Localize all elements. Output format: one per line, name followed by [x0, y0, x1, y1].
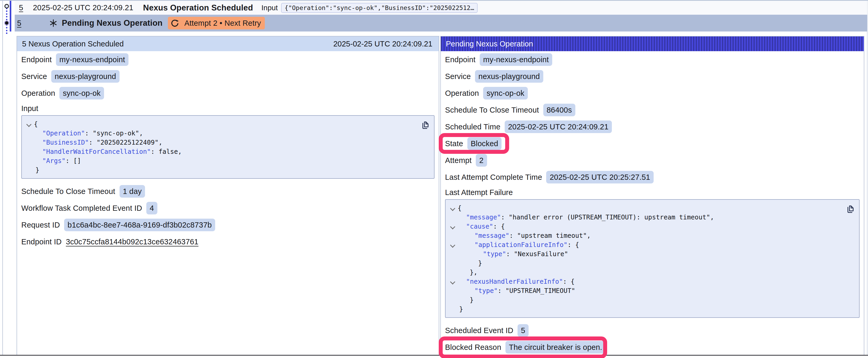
timeline-filled-dot-icon	[5, 21, 8, 25]
field-value-chip: 86400s	[543, 104, 575, 116]
code-line: {	[26, 120, 430, 129]
code-line-text: "type": "NexusFailure"	[458, 249, 568, 259]
workflow-history-event-detail: 5 2025-02-25 UTC 20:24:09.21 Nexus Opera…	[0, 0, 868, 358]
field-row: Scheduled Time 2025-02-25 UTC 20:24:09.2…	[445, 118, 860, 135]
code-json-value: : "sync-op-ok",	[85, 129, 143, 137]
code-json-value: {	[34, 120, 38, 128]
code-line: "BusinessID": "20250225122409",	[26, 138, 430, 147]
event-input-preview-badge[interactable]: {"Operation":"sync-op-ok","BusinessID":"…	[281, 3, 477, 13]
code-line: {	[450, 203, 855, 213]
code-json-value: : "UPSTREAM_TIMEOUT"	[498, 287, 575, 294]
code-line: "Args": []	[26, 156, 430, 165]
event-id-link[interactable]: 5	[19, 3, 23, 12]
copy-icon[interactable]	[845, 204, 855, 214]
field-row: Endpoint my-nexus-endpoint	[445, 51, 860, 68]
collapse-chevron-icon[interactable]	[450, 277, 458, 286]
code-json-key: "HandlerWaitForCancellation"	[42, 148, 151, 155]
group-event-id-link[interactable]: 5	[17, 19, 21, 28]
right-panel-title: Pending Nexus Operation	[446, 40, 533, 48]
event-timestamp: 2025-02-25 UTC 20:24:09.21	[33, 3, 133, 12]
code-line: "type": "NexusFailure"	[450, 249, 855, 259]
retry-badge-text: Attempt 2 • Next Retry	[184, 19, 261, 28]
field-value-chip: 2	[476, 154, 487, 167]
group-title: Pending Nexus Operation	[62, 19, 163, 28]
code-line: "Operation": "sync-op-ok",	[26, 129, 430, 138]
code-json-key: "Operation"	[42, 129, 85, 137]
code-line: "message": "upstream timeout",	[450, 231, 855, 240]
field-value-chip: my-nexus-endpoint	[56, 53, 128, 66]
field-row: Endpoint my-nexus-endpoint	[21, 51, 435, 68]
retry-icon	[171, 20, 179, 27]
field-value-chip: b1c6a4bc-8ee7-468a-9169-df3b02c8737b	[64, 219, 215, 231]
panel-pending-nexus-operation: Pending Nexus Operation Endpoint my-nexu…	[440, 36, 864, 355]
selected-event-indicator-bar	[10, 1, 11, 32]
event-row-nexus-operation-scheduled[interactable]: 5 2025-02-25 UTC 20:24:09.21 Nexus Opera…	[15, 1, 867, 15]
field-label: Request ID	[21, 221, 60, 229]
field-row: Operation sync-op-ok	[445, 85, 860, 102]
annotation-state-highlight	[439, 133, 509, 154]
copy-icon[interactable]	[420, 120, 430, 130]
field-row: Schedule To Close Timeout 1 day	[21, 183, 435, 200]
retry-attempt-badge: Attempt 2 • Next Retry	[168, 17, 265, 29]
event-group-row-pending-nexus-operation[interactable]: 5 Pending Nexus Operation Attempt 2 • Ne…	[15, 15, 867, 32]
timeline-dotted-connector	[6, 8, 7, 34]
field-row: Schedule To Close Timeout 86400s	[445, 102, 860, 118]
collapse-chevron-icon[interactable]	[26, 120, 34, 129]
field-row: Endpoint ID 3c0c75ccfa8144b092c13ce63246…	[21, 233, 435, 250]
code-json-value: : []	[66, 157, 81, 165]
code-json-key: "message"	[474, 232, 509, 239]
table-right-border	[867, 1, 867, 355]
collapse-chevron-icon[interactable]	[450, 240, 458, 249]
field-label: Service	[445, 72, 471, 81]
code-json-value: : "handler error (UPSTREAM_TIMEOUT): ups…	[501, 214, 714, 221]
event-title: Nexus Operation Scheduled	[143, 3, 253, 12]
code-json-value: : {	[563, 278, 575, 285]
code-line: "type": "UPSTREAM_TIMEOUT"	[450, 286, 855, 295]
field-row: Attempt 2	[445, 152, 860, 169]
code-line-text: {	[34, 120, 38, 129]
endpoint-id-link[interactable]: 3c0c75ccfa8144b092c13ce632463761	[66, 237, 198, 246]
code-json-value: : false,	[151, 148, 182, 155]
code-line-text: "cause": {	[458, 222, 505, 231]
code-line-text: "message": "handler error (UPSTREAM_TIME…	[458, 213, 714, 222]
field-row: Service nexus-playground	[445, 68, 860, 85]
code-json-key: "Args"	[42, 157, 66, 165]
code-json-value: : {	[567, 241, 579, 249]
collapse-chevron-icon[interactable]	[450, 203, 458, 213]
code-json-key: "message"	[466, 214, 501, 221]
field-label: Operation	[445, 89, 479, 98]
code-line: "cause": {	[450, 222, 855, 231]
field-value-chip: sync-op-ok	[59, 87, 104, 99]
code-line: },	[450, 268, 855, 277]
annotation-blocked-reason-highlight	[439, 336, 607, 358]
code-line-text: }	[34, 165, 39, 174]
field-value-chip: 2025-02-25 UTC 20:24:09.21	[505, 121, 612, 133]
pending-asterisk-icon	[50, 19, 57, 27]
field-value-chip: 1 day	[120, 185, 145, 198]
code-line-text: "applicationFailureInfo": {	[458, 240, 579, 249]
section-bottom-border	[0, 355, 868, 356]
code-line-text: "message": "upstream timeout",	[458, 231, 591, 240]
code-line-text: }	[458, 259, 482, 268]
field-row: Workflow Task Completed Event ID 4	[21, 200, 435, 217]
input-json-viewer: { "Operation": "sync-op-ok", "BusinessID…	[21, 115, 435, 179]
code-line-text: "type": "UPSTREAM_TIMEOUT"	[458, 286, 575, 295]
code-json-value: }	[35, 166, 39, 174]
code-line-text: {	[458, 203, 462, 213]
left-panel-timestamp: 2025-02-25 UTC 20:24:09.21	[333, 40, 432, 48]
collapse-chevron-icon[interactable]	[450, 222, 458, 231]
field-label: Service	[21, 72, 47, 81]
timeline-gutter-border	[2, 1, 3, 355]
code-line-text: }	[458, 304, 463, 314]
field-row: Last Attempt Complete Time 2025-02-25 UT…	[445, 169, 860, 186]
code-json-key: "type"	[474, 287, 498, 294]
code-line: "applicationFailureInfo": {	[450, 240, 855, 249]
code-line-text: },	[458, 268, 477, 277]
field-label: Endpoint	[445, 55, 475, 64]
code-json-key: "type"	[483, 250, 506, 258]
event-input-label: Input	[261, 4, 278, 12]
code-json-value: : {	[493, 223, 505, 230]
field-row: Request ID b1c6a4bc-8ee7-468a-9169-df3b0…	[21, 217, 435, 233]
field-label: Scheduled Time	[445, 123, 500, 131]
field-value-chip: nexus-playground	[475, 70, 543, 83]
